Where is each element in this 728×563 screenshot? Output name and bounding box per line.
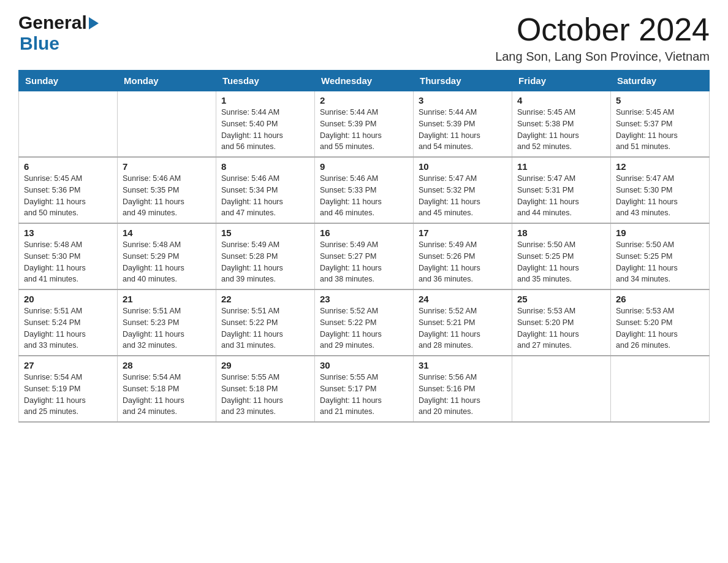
day-number: 9 xyxy=(320,161,408,172)
header: General Blue October 2024 Lang Son, Lang… xyxy=(18,12,710,64)
calendar-cell: 27Sunrise: 5:54 AM Sunset: 5:19 PM Dayli… xyxy=(19,356,118,422)
day-number: 23 xyxy=(320,294,408,304)
calendar-cell: 15Sunrise: 5:49 AM Sunset: 5:28 PM Dayli… xyxy=(216,223,315,289)
header-monday: Monday xyxy=(118,71,216,91)
day-number: 17 xyxy=(419,228,507,238)
day-number: 26 xyxy=(616,294,704,304)
header-sunday: Sunday xyxy=(19,71,118,91)
header-wednesday: Wednesday xyxy=(315,71,414,91)
day-info: Sunrise: 5:47 AM Sunset: 5:30 PM Dayligh… xyxy=(616,173,704,219)
calendar-cell: 12Sunrise: 5:47 AM Sunset: 5:30 PM Dayli… xyxy=(611,157,710,223)
calendar-cell: 16Sunrise: 5:49 AM Sunset: 5:27 PM Dayli… xyxy=(315,223,414,289)
day-info: Sunrise: 5:55 AM Sunset: 5:17 PM Dayligh… xyxy=(320,372,408,418)
day-number: 3 xyxy=(419,95,507,105)
calendar-cell: 17Sunrise: 5:49 AM Sunset: 5:26 PM Dayli… xyxy=(414,223,512,289)
calendar-cell: 29Sunrise: 5:55 AM Sunset: 5:18 PM Dayli… xyxy=(216,356,315,422)
calendar-cell: 10Sunrise: 5:47 AM Sunset: 5:32 PM Dayli… xyxy=(414,157,512,223)
header-thursday: Thursday xyxy=(414,71,512,91)
day-number: 8 xyxy=(221,161,309,172)
day-info: Sunrise: 5:54 AM Sunset: 5:19 PM Dayligh… xyxy=(24,372,112,418)
header-friday: Friday xyxy=(512,71,611,91)
day-info: Sunrise: 5:51 AM Sunset: 5:22 PM Dayligh… xyxy=(221,305,309,351)
day-number: 16 xyxy=(320,228,408,238)
calendar-cell: 13Sunrise: 5:48 AM Sunset: 5:30 PM Dayli… xyxy=(19,223,118,289)
calendar-week-3: 13Sunrise: 5:48 AM Sunset: 5:30 PM Dayli… xyxy=(19,223,710,289)
calendar-week-1: 1Sunrise: 5:44 AM Sunset: 5:40 PM Daylig… xyxy=(19,91,710,158)
calendar-cell: 9Sunrise: 5:46 AM Sunset: 5:33 PM Daylig… xyxy=(315,157,414,223)
calendar-cell: 3Sunrise: 5:44 AM Sunset: 5:39 PM Daylig… xyxy=(414,91,512,158)
calendar-cell: 4Sunrise: 5:45 AM Sunset: 5:38 PM Daylig… xyxy=(512,91,611,158)
calendar-week-5: 27Sunrise: 5:54 AM Sunset: 5:19 PM Dayli… xyxy=(19,356,710,422)
day-number: 11 xyxy=(517,161,605,172)
calendar-week-4: 20Sunrise: 5:51 AM Sunset: 5:24 PM Dayli… xyxy=(19,289,710,356)
day-number: 22 xyxy=(221,294,309,304)
calendar-cell xyxy=(512,356,611,422)
day-number: 27 xyxy=(24,360,112,370)
main-title: October 2024 xyxy=(495,12,710,47)
calendar-table: SundayMondayTuesdayWednesdayThursdayFrid… xyxy=(18,70,710,423)
day-info: Sunrise: 5:45 AM Sunset: 5:38 PM Dayligh… xyxy=(517,107,605,153)
location-subtitle: Lang Son, Lang Son Province, Vietnam xyxy=(495,50,710,64)
calendar-cell: 8Sunrise: 5:46 AM Sunset: 5:34 PM Daylig… xyxy=(216,157,315,223)
calendar-cell: 2Sunrise: 5:44 AM Sunset: 5:39 PM Daylig… xyxy=(315,91,414,158)
day-info: Sunrise: 5:52 AM Sunset: 5:21 PM Dayligh… xyxy=(419,305,507,351)
calendar-cell: 25Sunrise: 5:53 AM Sunset: 5:20 PM Dayli… xyxy=(512,289,611,356)
calendar-cell: 31Sunrise: 5:56 AM Sunset: 5:16 PM Dayli… xyxy=(414,356,512,422)
logo-general-text: General xyxy=(18,12,87,33)
day-info: Sunrise: 5:53 AM Sunset: 5:20 PM Dayligh… xyxy=(517,305,605,351)
day-info: Sunrise: 5:51 AM Sunset: 5:24 PM Dayligh… xyxy=(24,305,112,351)
day-info: Sunrise: 5:48 AM Sunset: 5:29 PM Dayligh… xyxy=(123,239,211,285)
day-number: 19 xyxy=(616,228,704,238)
day-number: 12 xyxy=(616,161,704,172)
day-info: Sunrise: 5:45 AM Sunset: 5:37 PM Dayligh… xyxy=(616,107,704,153)
calendar-cell xyxy=(19,91,118,158)
title-area: October 2024 Lang Son, Lang Son Province… xyxy=(495,12,710,64)
day-number: 29 xyxy=(221,360,309,370)
day-info: Sunrise: 5:44 AM Sunset: 5:39 PM Dayligh… xyxy=(320,107,408,153)
day-number: 20 xyxy=(24,294,112,304)
day-number: 15 xyxy=(221,228,309,238)
day-number: 6 xyxy=(24,161,112,172)
day-info: Sunrise: 5:45 AM Sunset: 5:36 PM Dayligh… xyxy=(24,173,112,219)
day-info: Sunrise: 5:44 AM Sunset: 5:39 PM Dayligh… xyxy=(419,107,507,153)
calendar-cell: 21Sunrise: 5:51 AM Sunset: 5:23 PM Dayli… xyxy=(118,289,216,356)
day-info: Sunrise: 5:49 AM Sunset: 5:27 PM Dayligh… xyxy=(320,239,408,285)
calendar-cell: 23Sunrise: 5:52 AM Sunset: 5:22 PM Dayli… xyxy=(315,289,414,356)
day-info: Sunrise: 5:53 AM Sunset: 5:20 PM Dayligh… xyxy=(616,305,704,351)
calendar-cell: 18Sunrise: 5:50 AM Sunset: 5:25 PM Dayli… xyxy=(512,223,611,289)
day-number: 2 xyxy=(320,95,408,105)
calendar-cell xyxy=(611,356,710,422)
calendar-cell: 28Sunrise: 5:54 AM Sunset: 5:18 PM Dayli… xyxy=(118,356,216,422)
day-number: 30 xyxy=(320,360,408,370)
day-number: 14 xyxy=(123,228,211,238)
day-info: Sunrise: 5:50 AM Sunset: 5:25 PM Dayligh… xyxy=(616,239,704,285)
day-info: Sunrise: 5:44 AM Sunset: 5:40 PM Dayligh… xyxy=(221,107,309,153)
day-number: 31 xyxy=(419,360,507,370)
calendar-cell: 26Sunrise: 5:53 AM Sunset: 5:20 PM Dayli… xyxy=(611,289,710,356)
calendar-cell: 5Sunrise: 5:45 AM Sunset: 5:37 PM Daylig… xyxy=(611,91,710,158)
header-saturday: Saturday xyxy=(611,71,710,91)
day-number: 13 xyxy=(24,228,112,238)
day-number: 4 xyxy=(517,95,605,105)
day-number: 25 xyxy=(517,294,605,304)
day-number: 28 xyxy=(123,360,211,370)
day-info: Sunrise: 5:47 AM Sunset: 5:31 PM Dayligh… xyxy=(517,173,605,219)
calendar-cell: 1Sunrise: 5:44 AM Sunset: 5:40 PM Daylig… xyxy=(216,91,315,158)
day-number: 24 xyxy=(419,294,507,304)
day-number: 7 xyxy=(123,161,211,172)
logo: General Blue xyxy=(18,12,99,54)
day-info: Sunrise: 5:49 AM Sunset: 5:28 PM Dayligh… xyxy=(221,239,309,285)
day-info: Sunrise: 5:46 AM Sunset: 5:33 PM Dayligh… xyxy=(320,173,408,219)
logo-arrow-icon xyxy=(89,17,99,29)
day-info: Sunrise: 5:54 AM Sunset: 5:18 PM Dayligh… xyxy=(123,372,211,418)
logo-blue-text: Blue xyxy=(20,33,59,53)
day-number: 18 xyxy=(517,228,605,238)
calendar-cell: 14Sunrise: 5:48 AM Sunset: 5:29 PM Dayli… xyxy=(118,223,216,289)
day-info: Sunrise: 5:49 AM Sunset: 5:26 PM Dayligh… xyxy=(419,239,507,285)
calendar-cell: 30Sunrise: 5:55 AM Sunset: 5:17 PM Dayli… xyxy=(315,356,414,422)
day-info: Sunrise: 5:48 AM Sunset: 5:30 PM Dayligh… xyxy=(24,239,112,285)
day-info: Sunrise: 5:56 AM Sunset: 5:16 PM Dayligh… xyxy=(419,372,507,418)
calendar-cell: 20Sunrise: 5:51 AM Sunset: 5:24 PM Dayli… xyxy=(19,289,118,356)
calendar-cell: 11Sunrise: 5:47 AM Sunset: 5:31 PM Dayli… xyxy=(512,157,611,223)
day-number: 21 xyxy=(123,294,211,304)
